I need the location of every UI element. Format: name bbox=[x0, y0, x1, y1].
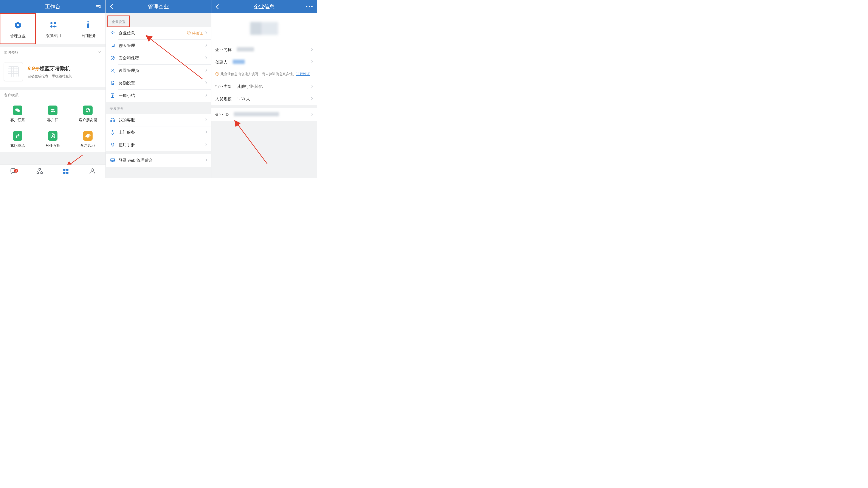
chevron-right-icon bbox=[205, 43, 207, 48]
svg-point-3 bbox=[99, 6, 101, 7]
list-row[interactable]: 行业类型其他行业-其他 bbox=[211, 80, 317, 93]
row-label: 创建人 bbox=[215, 59, 227, 65]
customer-contact-section: 客户联系 客户联系客户群客户朋友圈离职继承¥对外收款学习园地 bbox=[0, 90, 105, 152]
row-value: 其他行业-其他 bbox=[237, 84, 262, 89]
svg-point-37 bbox=[113, 45, 113, 45]
cell-label: 对外收款 bbox=[36, 143, 69, 148]
svg-point-13 bbox=[51, 109, 53, 111]
gear-hex-icon bbox=[2, 20, 34, 31]
chevron-right-icon bbox=[205, 158, 207, 162]
chevron-down-icon bbox=[98, 50, 102, 55]
promo-banner[interactable]: 9.9元领蓝牙考勤机 自动生成报表，手机随时查阅 bbox=[0, 58, 105, 87]
chevron-right-icon bbox=[311, 60, 313, 64]
list-row[interactable]: 设置管理员 bbox=[106, 64, 211, 77]
chevron-right-icon bbox=[205, 31, 207, 35]
customer-grid-cell[interactable]: 客户联系 bbox=[0, 101, 35, 126]
manage-enterprise-cell[interactable]: 管理企业 bbox=[0, 13, 36, 44]
verification-notice: ? 此企业信息由创建人填写，尚未验证信息真实性。进行验证 bbox=[211, 68, 317, 80]
tab-chat[interactable]: 3 bbox=[0, 167, 27, 176]
tab-me[interactable] bbox=[79, 167, 106, 176]
tab-workbench[interactable] bbox=[53, 167, 79, 176]
chevron-right-icon bbox=[311, 113, 313, 117]
customer-grid-cell[interactable]: 离职继承 bbox=[0, 126, 35, 152]
enterprise-logo-area[interactable] bbox=[211, 13, 317, 43]
cell-label: 客户朋友圈 bbox=[72, 118, 104, 123]
annotation-arrow bbox=[233, 119, 270, 166]
row-label: 安全和保密 bbox=[119, 55, 139, 61]
list-row[interactable]: 我的客服 bbox=[106, 114, 211, 126]
row-value bbox=[233, 60, 245, 65]
section-title: 客户联系 bbox=[4, 93, 19, 98]
svg-text:¥: ¥ bbox=[52, 134, 54, 138]
highlight-box: 企业设置 bbox=[107, 16, 130, 27]
header: 管理企业 bbox=[106, 0, 211, 13]
row-label: 我的客服 bbox=[119, 117, 135, 123]
customer-grid-cell[interactable]: ¥对外收款 bbox=[35, 126, 70, 152]
more-button[interactable] bbox=[306, 6, 313, 7]
promo-subtitle: 自动生成报表，手机随时查阅 bbox=[28, 74, 72, 79]
svg-rect-46 bbox=[114, 120, 115, 122]
add-app-cell[interactable]: 添加应用 bbox=[36, 13, 71, 44]
cell-label: 管理企业 bbox=[2, 34, 34, 39]
list-row[interactable]: 一周小结 bbox=[106, 89, 211, 102]
customer-grid: 客户联系客户群客户朋友圈离职继承¥对外收款学习园地 bbox=[0, 101, 105, 152]
header-settings-button[interactable] bbox=[95, 4, 101, 10]
screen-workbench: 工作台 管理企业 添加 bbox=[0, 0, 105, 178]
svg-rect-29 bbox=[63, 169, 65, 171]
service-list: 我的客服上门服务使用手册 bbox=[106, 114, 211, 151]
chevron-right-icon bbox=[205, 118, 207, 122]
screen-enterprise-info: 企业信息 企业简称创建人 ? 此企业信息由创建人填写，尚未验证信息真实性。进行验… bbox=[211, 0, 317, 178]
chevron-right-icon bbox=[311, 97, 313, 101]
list-row[interactable]: 登录 web 管理后台 bbox=[106, 154, 211, 167]
info-list-basic: 企业简称创建人 bbox=[211, 43, 317, 68]
tab-contacts[interactable] bbox=[27, 167, 53, 176]
svg-point-39 bbox=[112, 69, 114, 71]
onsite-service-cell[interactable]: 上门服务 bbox=[71, 13, 105, 44]
chevron-right-icon bbox=[205, 81, 207, 85]
list-row[interactable]: 企业信息?待验证 bbox=[106, 27, 211, 39]
verify-link[interactable]: 进行验证 bbox=[296, 72, 310, 76]
back-button[interactable] bbox=[110, 4, 114, 10]
header-title: 企业信息 bbox=[254, 3, 275, 10]
transfer-icon bbox=[13, 131, 22, 141]
chevron-right-icon bbox=[311, 48, 313, 52]
row-note: ?待验证 bbox=[187, 31, 203, 36]
tie-outline-icon bbox=[110, 130, 116, 135]
apps-add-icon bbox=[37, 20, 69, 30]
header: 工作台 bbox=[0, 0, 105, 13]
chevron-right-icon bbox=[205, 143, 207, 147]
svg-rect-30 bbox=[66, 169, 68, 171]
limited-section-header[interactable]: 限时领取 bbox=[0, 47, 105, 58]
row-value bbox=[234, 112, 279, 117]
list-row[interactable]: 人员规模1-50 人 bbox=[211, 93, 317, 105]
svg-rect-47 bbox=[111, 159, 115, 161]
cell-label: 上门服务 bbox=[72, 33, 104, 38]
row-label: 设置管理员 bbox=[119, 68, 139, 73]
promo-title: 9.9元领蓝牙考勤机 bbox=[28, 65, 72, 72]
list-row[interactable]: 使用手册 bbox=[106, 139, 211, 151]
section-title: 限时领取 bbox=[4, 50, 19, 55]
chevron-right-icon bbox=[205, 93, 207, 98]
customer-section-header: 客户联系 bbox=[0, 90, 105, 101]
list-row[interactable]: 企业简称 bbox=[211, 43, 317, 56]
row-value: 1-50 人 bbox=[237, 96, 250, 102]
list-row[interactable]: 上门服务 bbox=[106, 126, 211, 139]
svg-rect-22 bbox=[39, 169, 40, 170]
row-label: 企业简称 bbox=[215, 47, 231, 53]
svg-point-40 bbox=[111, 81, 114, 84]
customer-grid-cell[interactable]: 客户朋友圈 bbox=[70, 101, 105, 126]
row-label: 使用手册 bbox=[119, 142, 135, 148]
list-row[interactable]: 安全和保密 bbox=[106, 52, 211, 64]
question-icon: ? bbox=[187, 31, 191, 36]
header: 企业信息 bbox=[211, 0, 317, 13]
back-button[interactable] bbox=[215, 4, 219, 10]
customer-grid-cell[interactable]: 客户群 bbox=[35, 101, 70, 126]
svg-point-36 bbox=[112, 45, 112, 45]
customer-grid-cell[interactable]: 学习园地 bbox=[70, 126, 105, 152]
svg-text:?: ? bbox=[188, 31, 189, 34]
list-row[interactable]: 企业 ID bbox=[211, 108, 317, 121]
list-row[interactable]: 聊天管理 bbox=[106, 39, 211, 52]
list-row[interactable]: 奖励设置 bbox=[106, 77, 211, 89]
shield-icon bbox=[110, 56, 116, 61]
list-row[interactable]: 创建人 bbox=[211, 56, 317, 68]
